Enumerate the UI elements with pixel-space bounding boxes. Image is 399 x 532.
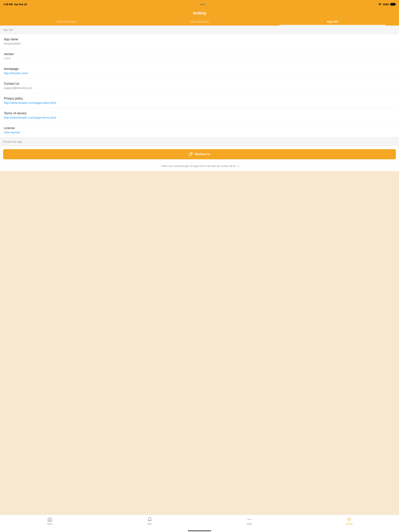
app-name-row: App name AmazonAlert [0, 34, 399, 49]
version-label: version [4, 52, 395, 56]
app-name-value: AmazonAlert [4, 42, 395, 45]
privacy-label: Privacy policy [4, 97, 395, 100]
bottom-tab-bar: Home Alert Other Setting [0, 515, 399, 529]
wifi-icon [378, 3, 382, 6]
header: Setting User information Your assistance… [0, 9, 399, 25]
dot-3 [204, 4, 205, 5]
status-dots [200, 4, 205, 5]
terms-link[interactable]: http://www.itmarlin.com/page-terms.html [4, 116, 395, 119]
bottom-tab-alert[interactable]: Alert [100, 517, 200, 525]
bottom-tab-other[interactable]: Other [200, 517, 299, 525]
homepage-label: homepage [4, 67, 395, 71]
home-icon [47, 517, 52, 522]
license-label: License [4, 126, 395, 130]
review-section-label: Review the app [3, 140, 22, 143]
contact-label: Contact Us [4, 82, 395, 85]
review-section-header: Review the app [0, 138, 399, 146]
status-time: 7:49 PM Sat Feb 18 [3, 3, 27, 6]
tab-app-info[interactable]: App info [266, 18, 399, 25]
privacy-row: Privacy policy http://www.itmarlin.com/p… [0, 93, 399, 108]
svg-point-6 [348, 519, 350, 520]
setting-icon [347, 517, 352, 522]
tab-your-assistance[interactable]: Your assistance [133, 18, 266, 25]
terms-label: Terms of service [4, 112, 395, 115]
info-card: App name AmazonAlert version 2.0.0 homep… [0, 34, 399, 138]
battery-icon [390, 3, 396, 6]
svg-point-5 [250, 519, 251, 520]
page-title: Setting [0, 10, 399, 18]
svg-rect-1 [395, 4, 396, 5]
other-icon [247, 517, 252, 522]
version-row: version 2.0.0 [0, 49, 399, 64]
alert-icon [147, 517, 152, 522]
contact-value: support@itmarlin.com [4, 86, 395, 89]
bottom-tab-setting-label: Setting [346, 523, 353, 525]
review-note: ＊ When you review the app, the upper lim… [0, 163, 399, 171]
homepage-link[interactable]: http://itmarlin.com/ [4, 71, 395, 75]
tab-user-information[interactable]: User information [0, 18, 133, 25]
license-row: License View license [0, 123, 399, 138]
dot-2 [202, 4, 203, 5]
version-value: 2.0.0 [4, 57, 395, 60]
bottom-tab-home-label: Home [47, 523, 53, 525]
content-area: App info App name AmazonAlert version 2.… [0, 25, 399, 515]
app-info-section-header: App info [0, 25, 399, 34]
review-button-container: Review to [0, 146, 399, 163]
home-bar [188, 531, 211, 531]
review-to-button[interactable]: Review to [3, 149, 396, 159]
app-info-section-label: App info [3, 28, 13, 31]
homepage-row: homepage http://itmarlin.com/ [0, 64, 399, 78]
svg-point-4 [249, 519, 250, 520]
bottom-tab-alert-label: Alert [148, 523, 152, 525]
terms-row: Terms of service http://www.itmarlin.com… [0, 108, 399, 123]
svg-point-3 [248, 519, 248, 520]
battery-percent: 100% [383, 3, 389, 6]
review-button-label: Review to [195, 152, 210, 156]
background-area [0, 171, 399, 515]
contact-row: Contact Us support@itmarlin.com [0, 78, 399, 93]
bottom-tab-home[interactable]: Home [0, 517, 100, 525]
external-link-icon [189, 152, 193, 156]
home-indicator [0, 529, 399, 532]
bottom-tab-other-label: Other [247, 523, 252, 525]
bottom-tab-setting[interactable]: Setting [299, 517, 399, 525]
tab-bar: User information Your assistance App inf… [0, 18, 399, 25]
privacy-link[interactable]: http://www.itmarlin.com/page-policy.html [4, 101, 395, 104]
dot-1 [200, 4, 201, 5]
status-bar: 7:49 PM Sat Feb 18 100% [0, 0, 399, 9]
status-right: 100% [378, 3, 396, 6]
license-link[interactable]: View license [4, 131, 395, 134]
svg-rect-0 [390, 3, 395, 6]
app-name-label: App name [4, 38, 395, 41]
